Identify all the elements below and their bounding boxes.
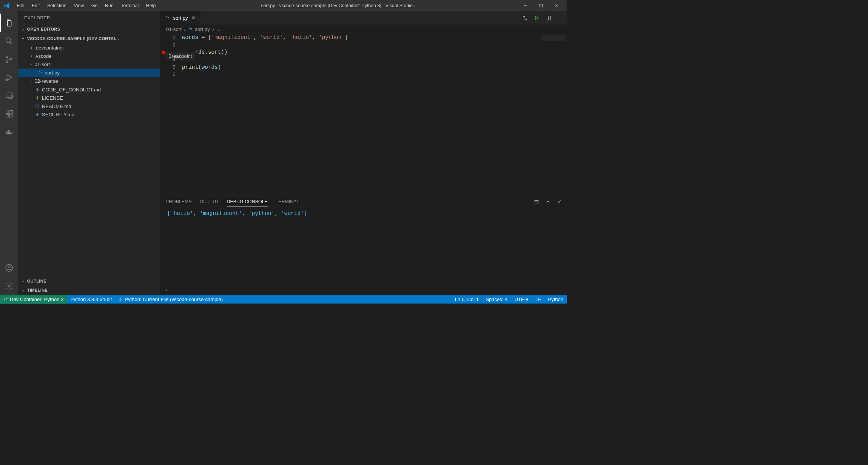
- search-activity-icon[interactable]: [0, 32, 18, 50]
- code-line-3[interactable]: BreakpointXXXXrds.sort(): [160, 49, 525, 56]
- menu-edit[interactable]: Edit: [28, 2, 43, 9]
- eol[interactable]: LF: [532, 297, 545, 302]
- folder--devcontainer[interactable]: ›.devcontainer: [18, 43, 160, 52]
- python-version[interactable]: Python 3.8.3 64-bit: [67, 295, 116, 304]
- code-editor[interactable]: 1words = ['magnificent', 'world', 'hello…: [160, 34, 525, 195]
- menu-help[interactable]: Help: [143, 2, 159, 9]
- code-line-4[interactable]: 4: [160, 56, 525, 64]
- accounts-activity-icon[interactable]: [0, 259, 18, 277]
- extensions-activity-icon[interactable]: [0, 105, 18, 123]
- open-editors-section[interactable]: › OPEN EDITORS: [18, 25, 160, 34]
- compare-changes-icon[interactable]: [522, 15, 528, 21]
- minimap[interactable]: [525, 34, 567, 195]
- docker-activity-icon[interactable]: [0, 123, 18, 141]
- close-panel-icon[interactable]: [557, 199, 561, 204]
- more-actions-icon[interactable]: ···: [557, 15, 562, 20]
- settings-activity-icon[interactable]: [0, 277, 18, 295]
- tab-close-icon[interactable]: ✕: [191, 15, 196, 21]
- panel-tab-debug-console[interactable]: DEBUG CONSOLE: [227, 197, 268, 206]
- svg-rect-15: [9, 131, 10, 133]
- svg-rect-16: [8, 130, 9, 131]
- file-tree: ›.devcontainer›.vscode›01-sortsort.py›02…: [18, 43, 160, 119]
- breadcrumb[interactable]: 01-sort › sort.py › ...: [160, 25, 567, 34]
- maximize-button[interactable]: [535, 0, 546, 11]
- remote-explorer-activity-icon[interactable]: [0, 87, 18, 105]
- file-label: SECURITY.md: [42, 112, 74, 117]
- launch-config[interactable]: Python: Current File (vscode-course-samp…: [115, 295, 226, 304]
- line-number: 4: [160, 56, 182, 64]
- svg-rect-12: [10, 110, 12, 113]
- sidebar-more-icon[interactable]: ···: [149, 15, 154, 20]
- code-line-2[interactable]: 2: [160, 42, 525, 49]
- folder-02-reverse[interactable]: ›02-reverse: [18, 77, 160, 85]
- svg-rect-9: [6, 111, 9, 113]
- tab-sort-py[interactable]: sort.py ✕: [160, 11, 200, 25]
- code-line-1[interactable]: 1words = ['magnificent', 'world', 'hello…: [160, 34, 525, 42]
- timeline-section[interactable]: › TIMELINE: [18, 286, 160, 295]
- language-mode[interactable]: Python: [544, 297, 567, 302]
- workspace-section[interactable]: › VSCODE-COURSE-SAMPLE [DEV CONTAI...: [18, 34, 160, 43]
- remote-indicator[interactable]: Dev Container: Python 3: [0, 295, 67, 304]
- folder-label: .devcontainer: [34, 45, 64, 51]
- chevron-right-icon: ›: [29, 45, 35, 50]
- chevron-right-icon: ›: [29, 53, 35, 59]
- breadcrumb-item[interactable]: ...: [216, 26, 220, 32]
- svg-point-2: [6, 38, 11, 43]
- file-readme-md[interactable]: README.md: [18, 102, 160, 110]
- breadcrumb-item[interactable]: 01-sort: [166, 26, 182, 32]
- panel-tab-problems[interactable]: PROBLEMS: [166, 197, 192, 207]
- explorer-activity-icon[interactable]: [0, 14, 18, 32]
- outline-label: OUTLINE: [27, 279, 46, 284]
- file-label: README.md: [42, 104, 71, 109]
- indentation[interactable]: Spaces: 4: [482, 297, 511, 302]
- line-number: 1: [160, 34, 182, 42]
- editor-area: sort.py ✕ ··· 01-sort ›: [160, 11, 567, 295]
- open-editors-label: OPEN EDITORS: [27, 27, 60, 32]
- chevron-right-icon: ›: [20, 288, 26, 293]
- python-icon: [37, 70, 43, 75]
- outline-section[interactable]: › OUTLINE: [18, 277, 160, 286]
- menu-file[interactable]: File: [13, 2, 28, 9]
- menu-terminal[interactable]: Terminal: [117, 2, 142, 9]
- folder--vscode[interactable]: ›.vscode: [18, 52, 160, 60]
- encoding[interactable]: UTF-8: [511, 297, 532, 302]
- menu-view[interactable]: View: [70, 2, 87, 9]
- launch-config-label: Python: Current File (vscode-course-samp…: [125, 297, 223, 302]
- breadcrumb-item[interactable]: sort.py: [195, 26, 210, 32]
- svg-rect-17: [9, 130, 10, 131]
- panel-tab-output[interactable]: OUTPUT: [200, 197, 219, 207]
- remote-label: Dev Container: Python 3: [10, 297, 63, 302]
- menu-selection[interactable]: Selection: [44, 2, 70, 9]
- close-button[interactable]: [551, 0, 562, 11]
- cursor-position[interactable]: Ln 6, Col 1: [452, 297, 482, 302]
- minimize-button[interactable]: [520, 0, 531, 11]
- filter-icon[interactable]: [534, 199, 539, 204]
- debug-console-input[interactable]: ›: [160, 285, 567, 295]
- file-sort-py[interactable]: sort.py: [18, 69, 160, 77]
- run-icon[interactable]: [534, 15, 539, 20]
- debug-console-output: ['hello', 'magnificent', 'python', 'worl…: [160, 208, 567, 285]
- svg-point-3: [6, 56, 8, 58]
- source-control-activity-icon[interactable]: [0, 50, 18, 68]
- menu-run[interactable]: Run: [102, 2, 117, 9]
- panel-tab-terminal[interactable]: TERMINAL: [276, 197, 299, 207]
- code-line-5[interactable]: 5print(words): [160, 63, 525, 71]
- run-debug-activity-icon[interactable]: [0, 68, 18, 87]
- split-editor-icon[interactable]: [545, 15, 551, 21]
- editor-tabs: sort.py ✕ ···: [160, 11, 567, 25]
- svg-point-21: [40, 71, 40, 72]
- menu-go[interactable]: Go: [88, 2, 101, 9]
- file-code-of-conduct-md[interactable]: CODE_OF_CONDUCT.md: [18, 85, 160, 94]
- activity-bar: [0, 11, 18, 295]
- svg-point-5: [10, 58, 12, 60]
- folder-01-sort[interactable]: ›01-sort: [18, 60, 160, 68]
- svg-rect-10: [6, 114, 9, 117]
- line-number: 2: [160, 42, 182, 49]
- menu-bar: File Edit Selection View Go Run Terminal…: [13, 2, 159, 9]
- breakpoint-icon[interactable]: [162, 51, 165, 54]
- collapse-panel-icon[interactable]: [546, 199, 550, 204]
- md-icon: [34, 87, 40, 92]
- code-line-6[interactable]: 6: [160, 71, 525, 79]
- file-security-md[interactable]: SECURITY.md: [18, 111, 160, 119]
- file-license[interactable]: LICENSE: [18, 94, 160, 102]
